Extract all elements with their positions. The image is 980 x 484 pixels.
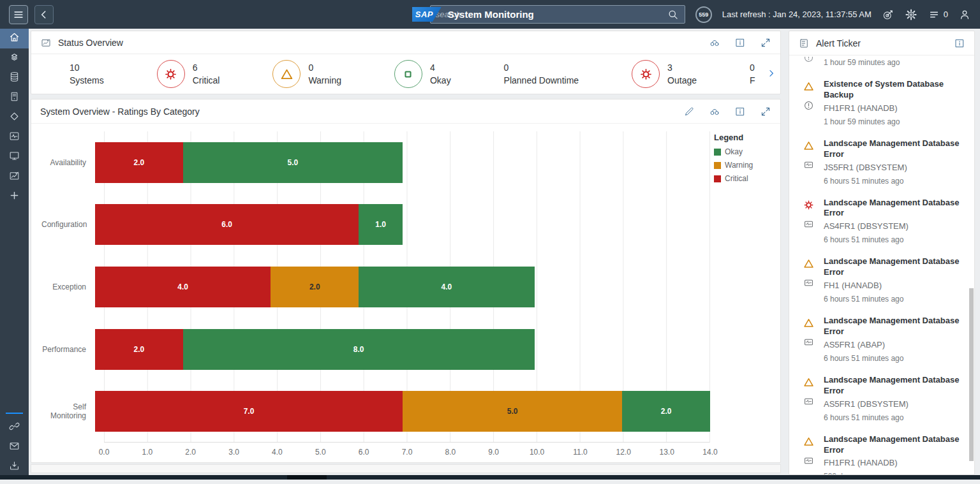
back-button[interactable] xyxy=(34,5,54,24)
bar-segment-warning[interactable]: 2.0 xyxy=(271,267,359,307)
expand-icon[interactable] xyxy=(760,106,771,117)
bar-segment-critical[interactable]: 7.0 xyxy=(95,391,403,432)
alert-system: JS5FR1 (DBSYSTEM) xyxy=(824,163,963,172)
pages-icon xyxy=(8,51,20,66)
binoculars-icon[interactable] xyxy=(709,106,720,117)
alert-time: 1 hour 59 minutes ago xyxy=(824,117,963,126)
alert-system: FH1 (HANADB) xyxy=(824,281,963,290)
alert-system: AS5FR1 (ABAP) xyxy=(824,340,963,349)
bar-track: 2.08.0 xyxy=(95,329,710,370)
notification-queue[interactable]: 0 xyxy=(928,8,948,21)
sidebar-item-add[interactable] xyxy=(0,187,29,207)
binoculars-icon[interactable] xyxy=(709,37,720,48)
alert-title: Landscape Management Database Error xyxy=(824,198,963,219)
bar-segment-warning[interactable]: 5.0 xyxy=(403,391,622,432)
info-icon[interactable] xyxy=(734,106,746,117)
last-refresh-text: Last refresh : Jan 24, 2023, 11:37:55 AM xyxy=(722,10,872,19)
legend-label: Warning xyxy=(725,161,753,170)
bar-segment-okay[interactable]: 1.0 xyxy=(359,204,403,245)
sidebar-item-download[interactable] xyxy=(0,457,29,477)
bar-segment-critical[interactable]: 4.0 xyxy=(95,267,271,307)
sidebar xyxy=(0,29,29,480)
status-count: 6 xyxy=(193,61,220,74)
expand-icon[interactable] xyxy=(760,37,771,48)
queue-icon xyxy=(928,8,940,21)
bar-segment-okay[interactable]: 5.0 xyxy=(183,142,403,183)
alert-item[interactable]: Landscape Management Database ErrorJS5FR… xyxy=(799,133,963,192)
alert-title: Landscape Management Database Error xyxy=(824,138,963,160)
alert-time: 532 days ago xyxy=(824,472,963,474)
status-item-warning[interactable]: 0Warning xyxy=(272,60,341,88)
status-overview-icon xyxy=(40,37,52,48)
bar-segment-critical[interactable]: 2.0 xyxy=(95,142,183,183)
user-icon[interactable] xyxy=(958,8,971,21)
alert-item[interactable]: Landscape Management Database ErrorFH1FR… xyxy=(799,429,963,474)
legend-label: Critical xyxy=(725,174,748,183)
sidebar-item-display[interactable] xyxy=(0,147,29,167)
target-icon[interactable] xyxy=(882,8,895,21)
sidebar-item-server[interactable] xyxy=(0,88,29,108)
status-count: 10 xyxy=(70,61,104,74)
x-tick: 14.0 xyxy=(702,448,717,457)
critical-status-icon xyxy=(632,60,660,88)
refresh-countdown-badge[interactable]: 559 xyxy=(695,6,712,23)
sidebar-item-email[interactable] xyxy=(0,437,29,457)
bar-track: 7.05.02.0 xyxy=(95,391,710,432)
warning-icon xyxy=(803,436,815,450)
sidebar-item-database[interactable] xyxy=(0,68,29,88)
alert-time: 6 hours 51 minutes ago xyxy=(824,413,963,422)
alert-system: AS5FR1 (DBSYSTEM) xyxy=(824,399,963,409)
search-icon[interactable] xyxy=(667,8,679,21)
x-tick: 8.0 xyxy=(445,448,456,457)
status-next-chevron-icon[interactable] xyxy=(766,68,778,80)
info-icon[interactable] xyxy=(734,37,746,48)
alert-item-partial[interactable]: 1 hour 59 minutes ago xyxy=(799,57,963,73)
category-label: Availability xyxy=(41,158,95,167)
sidebar-item-chart-status[interactable] xyxy=(0,167,29,187)
sidebar-item-system-activity[interactable] xyxy=(0,128,29,147)
sidebar-item-home[interactable] xyxy=(0,29,29,48)
bar-row: Exception4.02.04.0 xyxy=(41,256,710,318)
x-tick: 9.0 xyxy=(488,448,499,457)
bar-segment-critical[interactable]: 6.0 xyxy=(95,204,359,245)
status-item-outage[interactable]: 3Outage xyxy=(632,60,697,88)
status-count: 4 xyxy=(430,61,451,74)
chart-body: Availability2.05.0Configuration6.01.0Exc… xyxy=(31,124,780,462)
vertical-scrollbar-thumb[interactable] xyxy=(969,288,974,461)
category-label: Performance xyxy=(41,345,95,354)
edit-pencil-icon[interactable] xyxy=(683,106,695,117)
bar-segment-critical[interactable]: 2.0 xyxy=(95,329,183,370)
home-icon xyxy=(8,31,20,46)
bar-segment-okay[interactable]: 4.0 xyxy=(359,267,534,307)
bar-segment-okay[interactable]: 2.0 xyxy=(622,391,710,432)
info-icon[interactable] xyxy=(954,38,965,49)
menu-button[interactable] xyxy=(9,5,28,24)
metric-icon xyxy=(803,159,815,173)
back-chevron-icon xyxy=(38,8,50,21)
sidebar-item-pages[interactable] xyxy=(0,48,29,68)
status-item-planned-downtime[interactable]: 0Planned Downtime xyxy=(504,61,579,87)
x-tick: 0.0 xyxy=(99,448,110,457)
legend-label: Okay xyxy=(725,147,743,156)
gear-icon[interactable] xyxy=(905,8,917,21)
sidebar-item-link[interactable] xyxy=(0,418,29,437)
plot-rows: Availability2.05.0Configuration6.01.0Exc… xyxy=(41,129,710,443)
status-item-critical[interactable]: 6Critical xyxy=(157,60,220,88)
alert-item[interactable]: Landscape Management Database ErrorAS5FR… xyxy=(799,369,963,429)
alert-title: Landscape Management Database Error xyxy=(824,434,963,456)
alert-item[interactable]: Landscape Management Database ErrorAS5FR… xyxy=(799,310,963,369)
sidebar-spacer xyxy=(0,207,29,410)
metric-icon xyxy=(803,455,815,469)
bar-segment-okay[interactable]: 8.0 xyxy=(183,329,535,370)
hamburger-icon xyxy=(12,8,25,21)
status-item-okay[interactable]: 4Okay xyxy=(394,60,451,88)
alert-item[interactable]: Landscape Management Database ErrorAS4FR… xyxy=(799,192,963,251)
x-axis: 0.01.02.03.04.05.06.07.08.09.010.011.012… xyxy=(104,443,710,459)
alert-item[interactable]: Existence of System Database BackupFH1FR… xyxy=(799,73,963,133)
sidebar-item-diamond[interactable] xyxy=(0,108,29,128)
status-item-f[interactable]: 0F xyxy=(750,61,759,87)
alert-item[interactable]: Landscape Management Database ErrorFH1 (… xyxy=(799,251,963,310)
horizontal-scrollbar[interactable] xyxy=(31,464,781,473)
status-label: F xyxy=(750,74,755,87)
status-item-systems[interactable]: 10Systems xyxy=(70,61,104,87)
